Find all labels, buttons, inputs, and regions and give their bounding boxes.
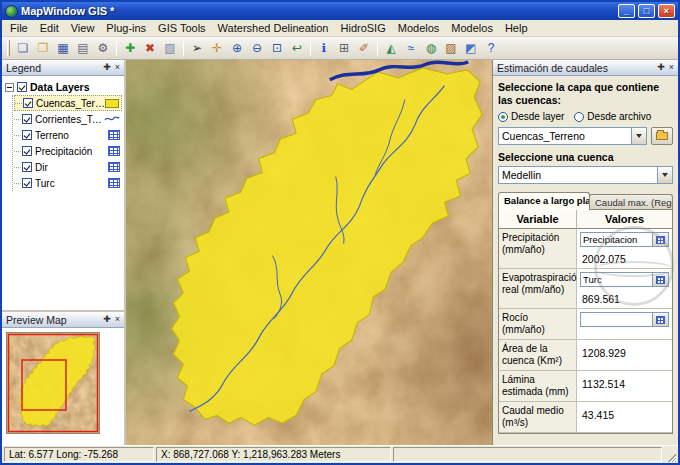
legend-layer-cuencas-terreno[interactable]: Cuencas_Terreno [14, 95, 122, 111]
close-panel-icon[interactable]: × [669, 63, 674, 72]
remove-layer-icon[interactable]: ✖ [140, 39, 160, 58]
radio-desde-archivo[interactable]: Desde archivo [574, 111, 651, 122]
grid-picker-button[interactable] [652, 273, 668, 286]
legend-layer-precipitacion[interactable]: Precipitación [14, 143, 122, 159]
menu-plug-ins[interactable]: Plug-ins [100, 21, 152, 35]
globe-icon[interactable]: ◍ [421, 39, 441, 58]
zoom-in-icon[interactable]: ⊕ [227, 39, 247, 58]
legend-layer-corrientes-terreno[interactable]: Corrientes_Terreno [14, 111, 122, 127]
toolbar: ❏❐▦▤⚙✚✖▧➢✛⊕⊖⊡↩ℹ⊞✐◭≈◍▨◩? [2, 37, 678, 60]
chevron-down-icon[interactable] [631, 128, 646, 144]
menu-watershed-delineation[interactable]: Watershed Delineation [212, 21, 335, 35]
cuenca-instruction-label: Seleccione una cuenca [498, 151, 673, 163]
add-layer-icon[interactable]: ✚ [120, 39, 140, 58]
tab-balance-largo-plazo[interactable]: Balance a largo plazo [498, 192, 590, 210]
layer-checkbox[interactable] [22, 114, 32, 124]
tab-caudal-max[interactable]: Caudal max. (Regionalizaci... [589, 194, 673, 210]
layer-checkbox[interactable] [22, 178, 32, 188]
title-bar[interactable]: MapWindow GIS * _ □ × [2, 2, 678, 20]
grid-picker-button[interactable] [652, 233, 668, 246]
streams-icon[interactable]: ≈ [401, 39, 421, 58]
status-empty [393, 447, 662, 462]
select-icon[interactable]: ➢ [187, 39, 207, 58]
row-value-precipitacion: Precipitacion 2002.075 [577, 229, 672, 269]
pin-icon[interactable]: ✚ [657, 63, 665, 72]
toolbar-separator [116, 41, 117, 56]
attribute-table-icon[interactable]: ⊞ [334, 39, 354, 58]
precipitacion-layer-combo[interactable]: Precipitacion [580, 232, 669, 247]
layer-checkbox[interactable] [22, 146, 32, 156]
pan-icon[interactable]: ✛ [207, 39, 227, 58]
legend-group-data-layers[interactable]: Data Layers [5, 79, 122, 95]
layer-checkbox[interactable] [22, 162, 32, 172]
watershed-delineation-icon[interactable]: ◭ [381, 39, 401, 58]
close-panel-icon[interactable]: × [115, 315, 120, 324]
menu-view[interactable]: View [65, 21, 101, 35]
menu-gis-tools[interactable]: GIS Tools [152, 21, 212, 35]
maximize-button[interactable]: □ [638, 4, 655, 18]
cuenca-combobox[interactable]: Medellin [498, 166, 673, 184]
row-value-caudal-medio: 43.415 [577, 402, 672, 433]
row-value-lamina: 1132.514 [577, 371, 672, 402]
pin-icon[interactable]: ✚ [103, 315, 111, 324]
row-label-area: Área de la cuenca (Km²) [499, 340, 577, 371]
row-label-evapotraspiracion: Evapotraspiración real (mm/año) [499, 269, 577, 309]
caudales-header[interactable]: Estimación de caudales ✚ × [493, 60, 678, 76]
toolbar-separator [377, 41, 378, 56]
row-value-evapotraspiracion: Turc 869.561 [577, 269, 672, 309]
collapse-icon[interactable] [5, 83, 14, 92]
menu-file[interactable]: File [4, 21, 34, 35]
resize-grip[interactable] [664, 447, 676, 462]
settings-icon[interactable]: ⚙ [93, 39, 113, 58]
menu-help[interactable]: Help [499, 21, 534, 35]
layers-icon[interactable]: ▧ [160, 39, 180, 58]
grid-picker-button[interactable] [652, 313, 668, 326]
model-icon[interactable]: ◩ [461, 39, 481, 58]
legend-panel: Legend ✚ × Data Layers [2, 60, 124, 310]
grid-icon [656, 316, 665, 324]
toolbar-grip[interactable] [7, 40, 10, 56]
radio-desde-layer[interactable]: Desde layer [498, 111, 564, 122]
toolbar-separator [310, 41, 311, 56]
identify-icon[interactable]: ℹ [314, 39, 334, 58]
legend-layer-dir[interactable]: Dir [14, 159, 122, 175]
caudales-panel: Estimación de caudales ✚ × Seleccione la… [492, 60, 678, 445]
evapotraspiracion-layer-combo[interactable]: Turc [580, 272, 669, 287]
map-canvas[interactable] [126, 60, 492, 445]
zoom-previous-icon[interactable]: ↩ [287, 39, 307, 58]
legend-layer-terreno[interactable]: Terreno [14, 127, 122, 143]
open-project-icon[interactable]: ❐ [33, 39, 53, 58]
chevron-down-icon[interactable] [657, 167, 672, 183]
radio-unselected-icon[interactable] [574, 112, 584, 122]
preview-map-header[interactable]: Preview Map ✚ × [2, 312, 124, 328]
menu-modelos[interactable]: Modelos [392, 21, 446, 35]
status-latlong: Lat: 6.577 Long: -75.268 [4, 447, 154, 462]
print-icon[interactable]: ▤ [73, 39, 93, 58]
legend-header[interactable]: Legend ✚ × [2, 60, 124, 76]
save-project-icon[interactable]: ▦ [53, 39, 73, 58]
pin-icon[interactable]: ✚ [103, 63, 111, 72]
layer-instruction-label: Seleccione la capa que contiene las cuen… [498, 81, 673, 107]
group-checkbox[interactable] [17, 82, 27, 92]
zoom-out-icon[interactable]: ⊖ [247, 39, 267, 58]
layer-checkbox[interactable] [23, 98, 33, 108]
close-button[interactable]: × [658, 4, 675, 18]
preview-map-thumbnail[interactable] [6, 332, 100, 434]
menu-hidrosig[interactable]: HidroSIG [335, 21, 392, 35]
menu-edit[interactable]: Edit [34, 21, 65, 35]
layer-combobox[interactable]: Cuencas_Terreno [498, 127, 647, 145]
rocio-layer-combo[interactable] [580, 312, 669, 327]
browse-file-button[interactable] [651, 127, 673, 145]
new-project-icon[interactable]: ❏ [13, 39, 33, 58]
raster-map-icon[interactable]: ▨ [441, 39, 461, 58]
menu-modelos[interactable]: Modelos [445, 21, 499, 35]
radio-selected-icon[interactable] [498, 112, 508, 122]
minimize-button[interactable]: _ [618, 4, 635, 18]
grid-icon [656, 276, 665, 284]
help-icon[interactable]: ? [481, 39, 501, 58]
close-panel-icon[interactable]: × [115, 63, 120, 72]
layer-checkbox[interactable] [22, 130, 32, 140]
zoom-extent-icon[interactable]: ⊡ [267, 39, 287, 58]
measure-icon[interactable]: ✐ [354, 39, 374, 58]
legend-layer-turc[interactable]: Turc [14, 175, 122, 191]
